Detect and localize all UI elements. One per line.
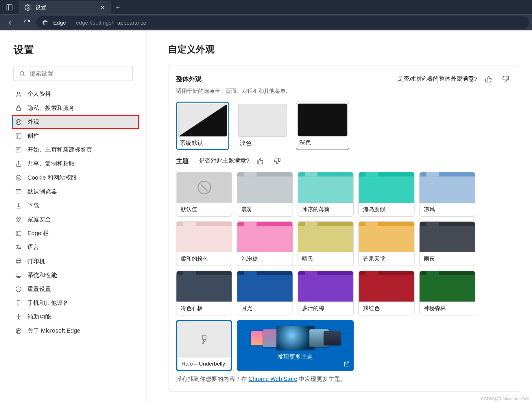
- theme-card[interactable]: 冷色石板: [176, 271, 232, 316]
- lang-icon: [15, 244, 22, 250]
- appearance-option-light[interactable]: 浅色: [236, 102, 289, 150]
- svg-point-26: [19, 217, 21, 219]
- sidebar-item-lang[interactable]: 语言: [0, 240, 147, 254]
- sidebar-item-printer[interactable]: 打印机: [0, 254, 147, 268]
- sidebar-item-cookie[interactable]: Cookie 和网站权限: [0, 171, 147, 185]
- user-icon: [15, 91, 22, 97]
- theme-card[interactable]: 海岛度假: [359, 172, 415, 217]
- svg-point-15: [17, 149, 18, 149]
- theme-label: 柔和的粉色: [176, 252, 232, 266]
- sidebar-item-lock[interactable]: 隐私、搜索和服务: [0, 101, 147, 115]
- sidebar-item-label: 手机和其他设备: [27, 299, 69, 307]
- sidebar-item-start[interactable]: 开始、主页和新建标签页: [0, 143, 147, 156]
- open-external-icon: [343, 361, 349, 367]
- svg-rect-22: [16, 189, 21, 194]
- sidebar-item-phone[interactable]: 手机和其他设备: [0, 296, 147, 310]
- theme-label: 月光: [237, 301, 293, 315]
- sidebar-item-sidebar[interactable]: 侧栏: [0, 129, 147, 143]
- svg-rect-0: [7, 5, 12, 10]
- theme-label: 晨雾: [237, 203, 293, 216]
- themes-footnote: 没有找到你想要的内容？在 Chrome Web Store 中发现更多主题。: [176, 375, 511, 383]
- svg-point-2: [27, 7, 29, 8]
- theme-card[interactable]: 凉风: [419, 172, 475, 217]
- thumbs-down-button[interactable]: [499, 73, 511, 85]
- gear-icon: [25, 4, 31, 11]
- svg-rect-12: [16, 134, 21, 138]
- watermark: CSDN @RealizeInnerSelf: [481, 397, 529, 401]
- thumbs-down-button[interactable]: [271, 155, 283, 167]
- tab-actions-button[interactable]: [0, 0, 19, 14]
- sidebar-item-label: Edge 栏: [27, 230, 49, 237]
- overall-appearance-panel: 整体外观 是否对浏览器的整体外观满意? 适用于新的选项卡、页面、对话框和其他菜单…: [168, 65, 519, 392]
- theme-card[interactable]: 神秘森林: [419, 271, 475, 316]
- sidebar-item-browser[interactable]: 默认浏览器: [0, 185, 147, 198]
- svg-rect-29: [17, 259, 20, 260]
- theme-card[interactable]: 多汁的梅: [298, 271, 354, 316]
- theme-card[interactable]: 雨夜: [419, 221, 475, 266]
- theme-card[interactable]: 冰凉的薄荷: [298, 172, 354, 217]
- sidebar-item-label: 默认浏览器: [27, 188, 57, 195]
- thumbs-up-button[interactable]: [254, 155, 266, 167]
- theme-card[interactable]: 辣红色: [359, 271, 415, 316]
- theme-label: 神秘森林: [420, 301, 475, 315]
- theme-card[interactable]: 默认值: [176, 172, 232, 217]
- window-titlebar: 设置 ✕ ＋: [0, 0, 532, 14]
- sidebar-item-user[interactable]: 个人资料: [0, 87, 147, 101]
- disabled-icon: [197, 181, 211, 194]
- svg-point-20: [19, 178, 19, 178]
- sidebar-item-label: 重置设置: [27, 285, 51, 293]
- theme-label: 默认值: [176, 203, 232, 216]
- sidebar-item-label: 侧栏: [27, 132, 39, 139]
- sidebar-item-edgebar[interactable]: Edge 栏: [0, 226, 147, 240]
- chrome-web-store-link[interactable]: Chrome Web Store: [249, 376, 297, 382]
- new-tab-button[interactable]: ＋: [111, 0, 124, 14]
- search-box[interactable]: [14, 66, 133, 81]
- theme-card[interactable]: 柔和的粉色: [176, 221, 232, 266]
- svg-point-16: [18, 149, 19, 149]
- svg-rect-28: [17, 232, 18, 235]
- sidebar-item-share[interactable]: 共享、复制和粘贴: [0, 157, 147, 171]
- appearance-option-dark[interactable]: 深色: [296, 102, 349, 150]
- theme-card[interactable]: 晨雾: [237, 172, 293, 217]
- search-icon: [19, 70, 25, 77]
- appearance-label: 浅色: [238, 137, 287, 148]
- theme-label: 海岛度假: [359, 203, 414, 216]
- sidebar-item-palette[interactable]: 外观: [12, 115, 139, 129]
- sidebar-item-edge[interactable]: 关于 Microsoft Edge: [0, 324, 147, 338]
- svg-point-18: [16, 175, 21, 180]
- phone-icon: [15, 300, 22, 306]
- sidebar-item-download[interactable]: 下载: [0, 198, 147, 212]
- address-bar[interactable]: Edge | edge://settings/appearance: [36, 16, 529, 29]
- palette-icon: [15, 119, 22, 125]
- sidebar-icon: [15, 132, 22, 139]
- thumbs-up-button[interactable]: [483, 73, 494, 85]
- settings-sidebar: 设置 个人资料隐私、搜索和服务外观侧栏开始、主页和新建标签页共享、复制和粘贴Co…: [0, 30, 147, 402]
- overall-subtitle: 适用于新的选项卡、页面、对话框和其他菜单。: [176, 87, 511, 95]
- back-button[interactable]: [3, 16, 17, 29]
- edgebar-icon: [15, 230, 22, 237]
- sidebar-item-label: 关于 Microsoft Edge: [27, 327, 80, 335]
- addr-url-base: edge://settings/: [76, 19, 113, 25]
- refresh-button[interactable]: [19, 16, 34, 29]
- appearance-option-sys[interactable]: 系统默认: [176, 102, 229, 150]
- appearance-label: 深色: [298, 137, 347, 147]
- page-title: 自定义外观: [168, 43, 519, 56]
- sidebar-item-a11y[interactable]: 辅助功能: [0, 310, 147, 324]
- theme-card-selected[interactable]: Halo – Underbelly: [176, 320, 232, 371]
- download-icon: [15, 202, 22, 209]
- discover-more-themes[interactable]: 发现更多主题: [237, 320, 354, 371]
- theme-card[interactable]: 月光: [237, 271, 293, 316]
- theme-card[interactable]: 晴天: [298, 221, 354, 266]
- search-input[interactable]: [29, 70, 128, 77]
- svg-rect-32: [16, 273, 21, 276]
- close-icon[interactable]: ✕: [100, 4, 106, 11]
- svg-line-44: [346, 362, 349, 364]
- svg-point-21: [18, 178, 18, 179]
- sidebar-item-reset[interactable]: 重置设置: [0, 282, 147, 296]
- theme-card[interactable]: 芒果天堂: [359, 221, 415, 266]
- browser-tab-active[interactable]: 设置 ✕: [19, 1, 111, 14]
- svg-point-10: [19, 121, 20, 121]
- sidebar-item-system[interactable]: 系统和性能: [0, 268, 147, 282]
- sidebar-item-family[interactable]: 家庭安全: [0, 212, 147, 226]
- theme-card[interactable]: 泡泡糖: [237, 221, 293, 266]
